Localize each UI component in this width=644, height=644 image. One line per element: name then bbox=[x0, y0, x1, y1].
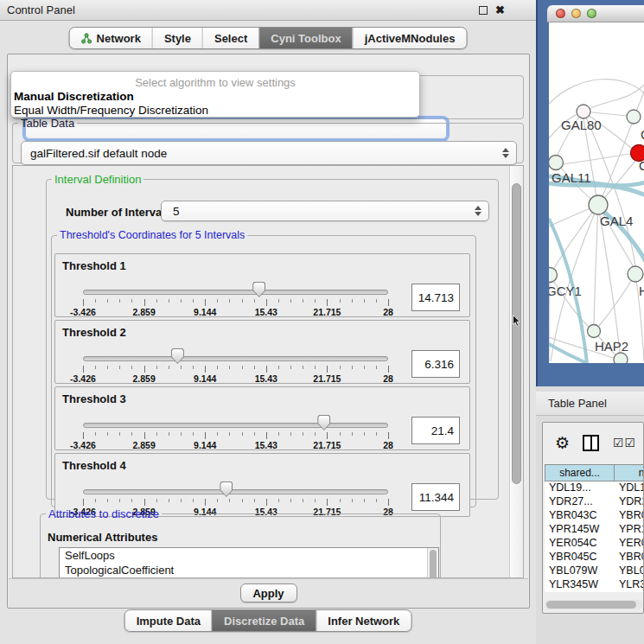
threshold-title: Threshold 2 bbox=[62, 326, 126, 339]
table-data-selected-value: galFiltered.sif default node bbox=[22, 147, 167, 160]
network-node-gal4[interactable] bbox=[589, 195, 608, 214]
table-row[interactable]: YPR145WYPR1 bbox=[545, 523, 643, 537]
table-cell[interactable]: YBR043C bbox=[545, 509, 615, 523]
tab-jactivemnodules[interactable]: jActiveMNodules bbox=[353, 28, 467, 48]
table-row[interactable]: YBL079WYBL0 bbox=[545, 564, 643, 578]
table-row[interactable]: YBR045CYBR0 bbox=[545, 551, 643, 564]
bottom-tab-infer-network[interactable]: Infer Network bbox=[316, 610, 411, 631]
tab-label: Discretize Data bbox=[224, 615, 304, 628]
apply-button[interactable]: Apply bbox=[240, 583, 297, 603]
table-cell[interactable]: YER054C bbox=[545, 537, 615, 551]
table-cell[interactable]: YDR2 bbox=[615, 495, 643, 509]
close-icon[interactable]: ✖ bbox=[495, 6, 505, 15]
slider-tick-labels: -3.4262.8599.14415.4321.71528 bbox=[83, 307, 388, 316]
numerical-attributes-list[interactable]: SelfLoopsTopologicalCoefficientBetweenne… bbox=[59, 547, 439, 578]
bottom-tab-discretize-data[interactable]: Discretize Data bbox=[212, 610, 316, 631]
table-cell[interactable]: YLR3 bbox=[615, 578, 643, 592]
tab-cyni-toolbox[interactable]: Cyni Toolbox bbox=[258, 28, 352, 48]
interval-definition-fieldset: Interval Definition Number of Intervals … bbox=[46, 173, 499, 500]
threshold-1-row: Threshold 1-3.4262.8599.14415.4321.71528… bbox=[54, 253, 470, 317]
tab-select[interactable]: Select bbox=[202, 28, 258, 48]
table-cell[interactable]: YDL1 bbox=[615, 481, 643, 495]
attributes-fieldset-label: Attributes to discretize bbox=[46, 507, 162, 520]
threshold-value-field[interactable]: 6.316 bbox=[411, 350, 460, 378]
table-panel-titlebar: Table Panel bbox=[536, 392, 644, 416]
close-traffic-icon[interactable] bbox=[556, 9, 565, 18]
combo-spinner-icon bbox=[502, 148, 509, 158]
node-label: H bbox=[639, 284, 644, 298]
table-cell[interactable]: YBR045C bbox=[545, 551, 615, 564]
slider-thumb[interactable] bbox=[171, 348, 184, 364]
table-cell[interactable]: YDL19... bbox=[545, 481, 615, 495]
node-table[interactable]: shared...na YDL19...YDL1YDR27...YDR2YBR0… bbox=[545, 464, 643, 592]
table-cell[interactable]: YBL0 bbox=[615, 564, 643, 578]
table-cell[interactable]: YLR345W bbox=[545, 578, 615, 592]
slider-track[interactable] bbox=[83, 489, 388, 494]
slider-thumb[interactable] bbox=[317, 415, 330, 430]
network-node-gal[interactable] bbox=[627, 110, 641, 124]
slider-track[interactable] bbox=[83, 290, 388, 295]
bottom-tab-bar: Impute DataDiscretize DataInfer Network bbox=[124, 609, 412, 632]
network-node-gal11[interactable] bbox=[549, 156, 564, 170]
table-panel-title: Table Panel bbox=[548, 397, 607, 410]
table-cell[interactable]: YBL079W bbox=[545, 564, 615, 578]
node-label: C bbox=[639, 158, 644, 173]
table-data-label: Table Data bbox=[18, 117, 77, 130]
algorithm-option-equal-width[interactable]: Equal Width/Frequency Discretization bbox=[14, 104, 208, 117]
algorithm-dropdown-overlay: Select algorithm to view settings Manual… bbox=[10, 71, 420, 118]
node-label: GAL4 bbox=[600, 214, 633, 228]
threshold-title: Threshold 3 bbox=[62, 392, 126, 405]
network-node-h[interactable] bbox=[628, 266, 643, 282]
table-cell[interactable]: YPR145W bbox=[545, 523, 615, 537]
float-window-icon[interactable] bbox=[479, 6, 488, 15]
gear-icon[interactable]: ⚙ bbox=[555, 435, 570, 451]
threshold-value-field[interactable]: 14.713 bbox=[411, 284, 460, 311]
slider-thumb[interactable] bbox=[220, 481, 233, 497]
checkbox-icon[interactable]: ☑ bbox=[625, 437, 636, 449]
bottom-tab-impute-data[interactable]: Impute Data bbox=[125, 610, 212, 631]
right-panel: GAL80GALCGAL11GAL4GCY1HHAP2 Table Panel … bbox=[536, 0, 644, 644]
slider-track[interactable] bbox=[83, 423, 388, 428]
attributes-scrollbar-thumb[interactable] bbox=[430, 550, 437, 578]
attributes-scrollbar[interactable] bbox=[427, 548, 438, 578]
table-cell[interactable]: YER0 bbox=[615, 537, 643, 551]
table-row[interactable]: YDL19...YDL1 bbox=[545, 481, 643, 495]
algorithm-option-manual[interactable]: Manual Discretization bbox=[14, 90, 134, 103]
vertical-scrollbar[interactable] bbox=[509, 166, 523, 577]
table-cell[interactable]: YBR0 bbox=[615, 551, 643, 564]
network-node[interactable] bbox=[614, 353, 628, 363]
attribute-list-item[interactable]: TopologicalCoefficient bbox=[60, 563, 438, 577]
mouse-cursor bbox=[513, 315, 522, 328]
threshold-value-field[interactable]: 21.4 bbox=[411, 417, 460, 444]
table-column-header[interactable]: shared... bbox=[545, 464, 615, 481]
table-horizontal-scrollbar[interactable] bbox=[545, 600, 643, 609]
network-node-gal80[interactable] bbox=[577, 105, 590, 118]
attribute-list-item[interactable]: SelfLoops bbox=[60, 548, 438, 563]
table-row[interactable]: YDR27...YDR2 bbox=[545, 495, 643, 509]
select-columns-icons[interactable]: ☑☑ bbox=[613, 437, 635, 449]
column-browser-icon[interactable] bbox=[583, 435, 599, 451]
table-cell[interactable]: YDR27... bbox=[545, 495, 615, 509]
table-row[interactable]: YBR043CYBR0 bbox=[545, 509, 643, 523]
minimize-traffic-icon[interactable] bbox=[571, 9, 581, 18]
table-row[interactable]: YER054CYER0 bbox=[545, 537, 643, 551]
attributes-fieldset: Attributes to discretize Numerical Attri… bbox=[40, 507, 441, 578]
slider-thumb[interactable] bbox=[252, 282, 265, 297]
table-row[interactable]: YLR345WYLR3 bbox=[545, 578, 643, 592]
table-data-combobox[interactable]: galFiltered.sif default node bbox=[21, 141, 517, 165]
vertical-scrollbar-thumb[interactable] bbox=[512, 183, 521, 484]
table-cell[interactable]: YBR0 bbox=[615, 509, 643, 523]
table-hscroll-thumb[interactable] bbox=[546, 601, 636, 609]
tab-network[interactable]: Network bbox=[70, 28, 152, 48]
network-node-gcy1[interactable] bbox=[549, 268, 558, 283]
table-column-header[interactable]: na bbox=[615, 464, 643, 481]
number-of-intervals-combobox[interactable]: 5 bbox=[161, 201, 489, 221]
checkbox-icon[interactable]: ☑ bbox=[613, 437, 624, 449]
network-canvas[interactable]: GAL80GALCGAL11GAL4GCY1HHAP2 bbox=[549, 22, 644, 363]
slider-track[interactable] bbox=[83, 356, 388, 361]
tab-style[interactable]: Style bbox=[152, 28, 202, 48]
network-node-hap2[interactable] bbox=[588, 325, 601, 338]
table-cell[interactable]: YPR1 bbox=[615, 523, 643, 537]
table-header-row[interactable]: shared...na bbox=[545, 464, 643, 481]
zoom-traffic-icon[interactable] bbox=[587, 9, 596, 18]
